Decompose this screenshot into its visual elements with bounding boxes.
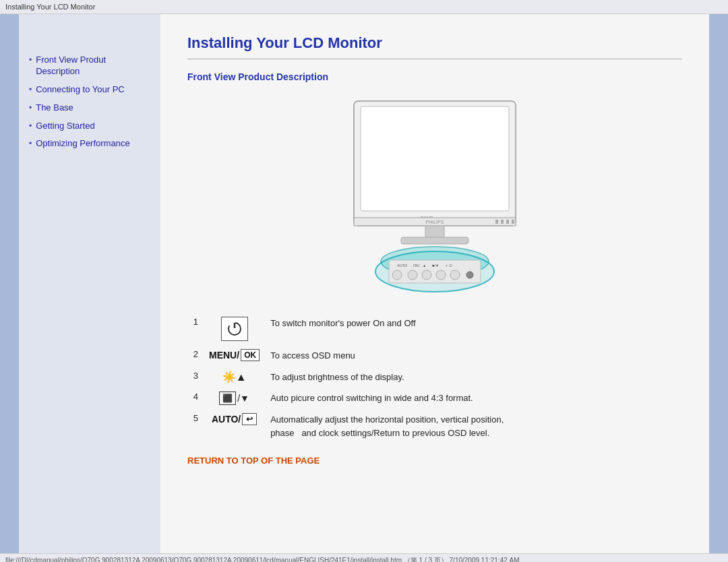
menu-ok-label: MENU/ OK [209,349,260,361]
svg-rect-5 [495,220,498,224]
svg-text:PHILIPS: PHILIPS [426,220,444,224]
control-row-5: 5 AUTO/ ↩ Automatically adjust the horiz… [187,409,682,443]
svg-point-19 [392,270,402,280]
ctrl-desc-1: To switch monitor's power On and Off [265,313,682,345]
auto-label: AUTO/ ↩ [212,413,257,425]
bullet-icon: • [29,121,32,131]
svg-rect-6 [501,220,504,224]
ctrl-desc-3: To adjust brightness of the display. [265,367,682,388]
svg-rect-9 [425,226,444,238]
ctrl-icon-menu: MENU/ OK [204,345,265,367]
ctrl-icon-brightness: ☀️▲ [204,367,265,388]
power-icon-box [221,317,248,341]
ctrl-icon-power [204,313,265,345]
sidebar-item-front-view[interactable]: • Front View Produt Description [29,55,150,77]
ctrl-num-2: 2 [187,345,204,367]
ctrl-num-3: 3 [187,367,204,388]
sidebar-link-front-view[interactable]: Front View Produt Description [36,55,150,77]
svg-text:▲: ▲ [423,263,426,268]
sidebar-item-getting-started[interactable]: • Getting Started [29,121,150,132]
ctrl-desc-5-line2: phase and clock settings/Return to previ… [270,428,489,438]
svg-rect-1 [361,106,509,211]
svg-point-23 [450,270,460,280]
control-row-4: 4 ⬛ /▼ Auto picure control switching in … [187,387,682,409]
auto-box: ↩ [242,413,257,425]
controls-table: 1 To switch monitor's power On and Off 2 [187,313,682,443]
ctrl-num-4: 4 [187,387,204,409]
svg-text:■/▼: ■/▼ [432,263,439,268]
sidebar-link-getting-started[interactable]: Getting Started [36,121,94,132]
ctrl-icon-auto: AUTO/ ↩ [204,409,265,443]
title-divider [187,59,682,59]
control-row-2: 2 MENU/ OK To access OSD menu [187,345,682,367]
ctrl-num-1: 1 [187,313,204,345]
page-title: Installing Your LCD Monitor [187,34,682,52]
svg-point-20 [408,270,417,280]
return-to-top-link[interactable]: RETURN TO TOP OF THE PAGE [187,456,682,466]
ctrl-num-5: 5 [187,409,204,443]
ctrl-icon-wide: ⬛ /▼ [204,387,265,409]
right-decorative-strip [709,14,728,553]
svg-rect-10 [401,237,468,244]
sidebar-item-optimizing[interactable]: • Optimizing Performance [29,138,150,150]
bullet-icon: • [29,139,32,148]
ok-box: OK [241,349,260,361]
sidebar-item-connecting[interactable]: • Connecting to Your PC [29,84,150,96]
svg-rect-7 [506,220,509,224]
bottom-path-text: file:///D|/cdmanual/philips/Q70G 9002813… [5,557,520,562]
wide-format-icon: ⬛ /▼ [219,392,249,405]
bottom-status-bar: file:///D|/cdmanual/philips/Q70G 9002813… [0,553,728,562]
bullet-icon: • [29,85,32,94]
svg-point-21 [422,270,431,280]
svg-text:AUTO: AUTO [397,263,408,268]
left-decorative-strip [0,14,19,553]
auto-text: AUTO/ [212,414,241,425]
section-heading: Front View Product Description [187,71,682,82]
svg-rect-8 [512,220,514,224]
svg-text:+ ⊙: + ⊙ [446,263,452,268]
svg-text:OK/: OK/ [413,263,420,268]
sidebar-link-base[interactable]: The Base [36,102,73,114]
ctrl-desc-5-line1: Automatically adjust the horizontal posi… [270,414,504,425]
sidebar-link-optimizing[interactable]: Optimizing Performance [36,138,129,150]
sidebar-link-connecting[interactable]: Connecting to Your PC [36,84,125,96]
bullet-icon: • [29,55,32,65]
sidebar-item-base[interactable]: • The Base [29,102,150,114]
bullet-icon: • [29,103,32,113]
sidebar: • Front View Produt Description • Connec… [19,14,160,553]
ctrl-desc-2: To access OSD menu [265,345,682,367]
monitor-illustration: 241E PHILIPS [187,94,682,296]
sidebar-nav-list: • Front View Produt Description • Connec… [29,55,150,150]
svg-point-24 [466,272,473,278]
brightness-up-icon: ☀️▲ [222,371,247,383]
control-row-3: 3 ☀️▲ To adjust brightness of the displa… [187,367,682,388]
control-row-1: 1 To switch monitor's power On and Off [187,313,682,345]
menu-text: MENU/ [209,350,239,361]
title-bar: Installing Your LCD Monitor [0,0,728,14]
svg-point-22 [436,270,446,280]
power-icon [225,319,244,338]
main-content: Installing Your LCD Monitor Front View P… [160,14,709,553]
monitor-diagram-svg: 241E PHILIPS [313,94,556,296]
title-bar-text: Installing Your LCD Monitor [5,3,95,11]
ctrl-desc-4: Auto picure control switching in wide an… [265,387,682,409]
ctrl-desc-5: Automatically adjust the horizontal posi… [265,409,682,443]
